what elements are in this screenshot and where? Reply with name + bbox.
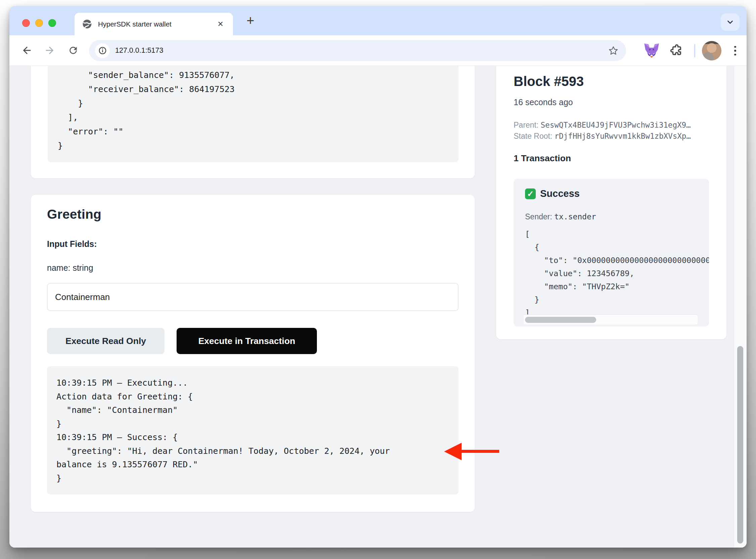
read-result-card: { "sender_balance": 9135576077, "receive… bbox=[31, 66, 475, 178]
new-tab-button[interactable]: + bbox=[241, 11, 260, 30]
kebab-icon bbox=[734, 46, 736, 48]
state-root-hash: rDjfHHj8sYuRwvvm1kkBw1zbXVsXp… bbox=[554, 132, 690, 140]
extensions-button[interactable] bbox=[669, 43, 684, 58]
page-content: { "sender_balance": 9135576077, "receive… bbox=[9, 66, 747, 547]
block-title: Block #593 bbox=[514, 74, 584, 89]
back-button[interactable] bbox=[18, 42, 36, 59]
execute-in-transaction-button[interactable]: Execute in Transaction bbox=[176, 328, 317, 354]
state-root-label: State Root: bbox=[514, 132, 552, 140]
browser-window: HyperSDK starter wallet ✕ + bbox=[9, 6, 747, 547]
transaction-status-text: Success bbox=[540, 188, 580, 199]
tab-strip: HyperSDK starter wallet ✕ + bbox=[9, 6, 747, 35]
read-result-json: { "sender_balance": 9135576077, "receive… bbox=[58, 66, 235, 153]
bookmark-button[interactable] bbox=[606, 43, 621, 58]
tab-search-button[interactable] bbox=[721, 14, 739, 31]
back-arrow-icon bbox=[21, 45, 32, 56]
minimize-window-button[interactable] bbox=[35, 19, 43, 27]
chevron-down-icon bbox=[726, 18, 734, 26]
page-scrollbar[interactable] bbox=[734, 66, 747, 547]
browser-toolbar: 127.0.0.1:5173 bbox=[9, 35, 747, 66]
tab-title: HyperSDK starter wallet bbox=[98, 20, 215, 28]
name-field-label: name: string bbox=[47, 263, 93, 273]
desktop: { "colors": { "accent_red": "#f8280a", "… bbox=[0, 0, 756, 559]
block-parent-row: Parent: SeswQTx4BEU4J9jFVU3Pwchw3i31egX9… bbox=[514, 119, 691, 131]
reload-icon bbox=[68, 45, 78, 56]
browser-menu-button[interactable] bbox=[728, 42, 742, 60]
star-icon bbox=[608, 46, 618, 56]
transaction-status: Success bbox=[525, 188, 580, 199]
execution-log: 10:39:15 PM — Executing... Action data f… bbox=[56, 376, 449, 485]
payload-scrollbar-thumb[interactable] bbox=[525, 317, 596, 323]
forward-button[interactable] bbox=[41, 42, 58, 59]
block-meta: Parent: SeswQTx4BEU4J9jFVU3Pwchw3i31egX9… bbox=[514, 119, 691, 142]
address-bar[interactable]: 127.0.0.1:5173 bbox=[89, 40, 626, 61]
close-window-button[interactable] bbox=[22, 19, 30, 27]
execution-logbox: 10:39:15 PM — Executing... Action data f… bbox=[47, 366, 458, 494]
transaction-count: 1 Transaction bbox=[514, 153, 571, 163]
toolbar-divider bbox=[694, 44, 695, 58]
annotation-arrow-icon bbox=[444, 443, 462, 460]
globe-favicon-icon bbox=[82, 19, 92, 29]
info-icon bbox=[98, 46, 107, 55]
page-scrollbar-thumb[interactable] bbox=[737, 346, 743, 543]
read-result-codebox: { "sender_balance": 9135576077, "receive… bbox=[48, 66, 458, 162]
name-input[interactable] bbox=[47, 283, 458, 311]
reload-button[interactable] bbox=[65, 42, 82, 59]
payload-horizontal-scrollbar[interactable] bbox=[524, 314, 698, 325]
parent-label: Parent: bbox=[514, 120, 539, 129]
window-controls bbox=[22, 19, 56, 27]
greeting-title: Greeting bbox=[47, 207, 101, 222]
puzzle-icon bbox=[669, 43, 684, 58]
annotation-arrow-shaft bbox=[461, 450, 499, 453]
sender-label: Sender: bbox=[525, 212, 552, 221]
greeting-card: Greeting Input Fields: name: string Exec… bbox=[31, 195, 475, 512]
sender-value: tx.sender bbox=[554, 212, 596, 221]
execute-read-only-button[interactable]: Execute Read Only bbox=[47, 328, 165, 354]
parent-hash: SeswQTx4BEU4J9jFVU3Pwchw3i31egX9… bbox=[541, 120, 691, 129]
site-info-button[interactable] bbox=[95, 43, 110, 58]
tab-hypersdk-starter-wallet[interactable]: HyperSDK starter wallet ✕ bbox=[74, 13, 233, 35]
profile-avatar[interactable] bbox=[702, 41, 722, 61]
block-card: Block #593 16 seconds ago Parent: SeswQT… bbox=[496, 66, 727, 339]
url-text[interactable]: 127.0.0.1:5173 bbox=[115, 46, 606, 55]
metamask-fox-icon bbox=[644, 43, 659, 58]
block-stateroot-row: State Root: rDjfHHj8sYuRwvvm1kkBw1zbXVsX… bbox=[514, 131, 691, 142]
transaction-payload-json: [ { "to": "0x000000000000000000000000000… bbox=[525, 228, 709, 319]
input-fields-label: Input Fields: bbox=[47, 239, 97, 249]
forward-arrow-icon bbox=[44, 45, 55, 56]
transaction-sender-row: Sender: tx.sender bbox=[525, 212, 596, 221]
success-check-icon bbox=[525, 188, 536, 199]
maximize-window-button[interactable] bbox=[48, 19, 56, 27]
transaction-card: Success Sender: tx.sender [ { "to": "0x0… bbox=[514, 179, 709, 327]
metamask-extension-button[interactable] bbox=[644, 43, 659, 58]
block-time-ago: 16 seconds ago bbox=[514, 97, 573, 107]
tab-close-icon[interactable]: ✕ bbox=[215, 19, 226, 29]
